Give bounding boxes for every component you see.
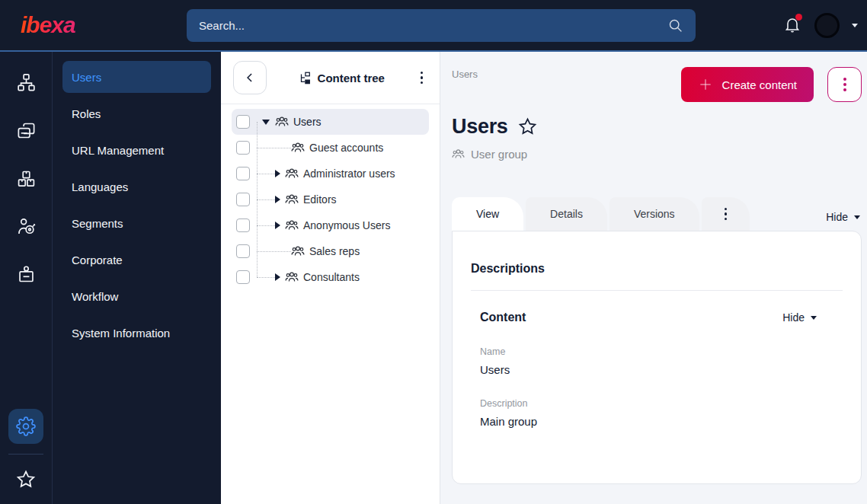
tree-item-label: Guest accounts: [309, 142, 383, 154]
hide-content-group-button[interactable]: Hide: [782, 311, 817, 324]
expand-caret-icon[interactable]: [275, 273, 280, 281]
star-icon[interactable]: [11, 464, 41, 495]
search-icon: [667, 18, 683, 37]
sidebar-item-segments[interactable]: Segments: [62, 207, 211, 239]
expand-caret-icon[interactable]: [275, 222, 280, 229]
tree-item-sales-reps[interactable]: Sales reps: [232, 238, 429, 264]
field-value: Users: [480, 363, 843, 376]
plus-icon: [698, 77, 713, 92]
tree-connector: [257, 277, 275, 278]
tree-item-administrator-users[interactable]: Administrator users: [232, 161, 429, 187]
user-group-icon: [275, 115, 289, 129]
breadcrumb[interactable]: Users: [452, 69, 478, 80]
sidebar-item-url-management[interactable]: URL Management: [62, 134, 211, 166]
app-window: ibexa: [0, 0, 867, 504]
tree-checkbox[interactable]: [236, 219, 250, 232]
field-description: Description Main group: [471, 398, 843, 428]
tree-item-label: Editors: [303, 193, 337, 206]
sidebar-item-corporate[interactable]: Corporate: [62, 244, 211, 276]
tree-item-label: Sales reps: [309, 245, 360, 257]
sitemap-icon[interactable]: [11, 67, 41, 97]
tab-view[interactable]: View: [452, 197, 523, 231]
kebab-icon: [725, 208, 728, 221]
tree-item-label: Anonymous Users: [303, 219, 390, 231]
sidebar-item-users[interactable]: Users: [62, 61, 211, 93]
descriptions-section-title: Descriptions: [471, 262, 843, 276]
view-tab-card: Descriptions Content Hide Name Users Des…: [452, 231, 862, 484]
content-type-row: User group: [452, 148, 862, 161]
hide-tabs-dropdown[interactable]: Hide: [826, 211, 860, 223]
personalization-icon[interactable]: [11, 211, 41, 241]
hide-label: Hide: [782, 311, 805, 324]
collapse-panel-button[interactable]: [233, 61, 267, 94]
tab-details[interactable]: Details: [526, 197, 607, 231]
main-content: Users Create content Users: [440, 52, 867, 504]
content-tree-title-wrap: Content tree: [298, 71, 385, 85]
tree-checkbox[interactable]: [236, 193, 250, 206]
tree-connector: [257, 251, 291, 252]
tree-item-guest-accounts[interactable]: Guest accounts: [232, 135, 429, 161]
expand-caret-icon[interactable]: [275, 170, 280, 177]
content-type-label: User group: [471, 148, 527, 161]
content-actions-menu-button[interactable]: [827, 67, 862, 102]
notifications-button[interactable]: [782, 15, 802, 35]
tree-connector: [257, 199, 275, 200]
tree-item-users[interactable]: Users: [232, 109, 429, 135]
page-title: Users: [452, 115, 508, 139]
rail-divider: [8, 454, 43, 455]
tree-checkbox[interactable]: [236, 244, 250, 258]
field-label: Description: [480, 398, 843, 409]
tab-versions[interactable]: Versions: [609, 197, 699, 231]
user-menu-caret-icon[interactable]: [852, 24, 858, 27]
user-group-icon: [452, 148, 465, 161]
create-content-button[interactable]: Create content: [681, 67, 814, 102]
search-input[interactable]: [187, 9, 696, 42]
sidebar-item-roles[interactable]: Roles: [62, 97, 211, 129]
sidebar-item-languages[interactable]: Languages: [62, 171, 211, 203]
section-divider: [471, 290, 843, 291]
content-tree-title: Content tree: [318, 72, 385, 85]
caret-down-icon: [811, 316, 817, 320]
app-rail: [0, 52, 53, 504]
tab-more-menu[interactable]: [702, 197, 750, 231]
logo-wrap: ibexa: [0, 12, 187, 38]
notification-dot: [795, 14, 802, 21]
tree-connector: [257, 148, 291, 148]
ibexa-logo[interactable]: ibexa: [21, 12, 75, 37]
chevron-left-icon: [242, 70, 258, 85]
field-name: Name Users: [471, 346, 843, 376]
tree-item-label: Users: [293, 116, 322, 128]
gear-icon[interactable]: [8, 409, 43, 444]
tree-item-editors[interactable]: Editors: [232, 187, 429, 212]
expand-caret-icon[interactable]: [275, 196, 280, 203]
user-group-icon: [285, 219, 299, 232]
products-icon[interactable]: [11, 163, 41, 193]
tabs-row: View Details Versions Hide: [452, 197, 862, 231]
content-tree-header: Content tree: [221, 52, 440, 104]
user-group-icon: [285, 270, 299, 284]
collapse-caret-icon[interactable]: [262, 120, 270, 125]
id-badge-icon[interactable]: [11, 259, 41, 289]
sidebar-item-workflow[interactable]: Workflow: [62, 280, 211, 312]
user-group-icon: [285, 167, 299, 180]
content-tree-list: Users Guest accounts: [221, 104, 440, 290]
pages-icon[interactable]: [11, 115, 41, 145]
main-header: Users Create content: [452, 67, 862, 102]
field-value: Main group: [480, 415, 843, 428]
tree-item-anonymous-users[interactable]: Anonymous Users: [232, 212, 429, 238]
user-group-icon: [291, 141, 305, 155]
content-tree-icon: [298, 71, 312, 85]
tree-item-consultants[interactable]: Consultants: [232, 264, 429, 290]
tree-checkbox[interactable]: [236, 115, 250, 129]
tree-item-label: Administrator users: [303, 167, 395, 180]
field-label: Name: [480, 346, 843, 357]
sidebar-item-system-information[interactable]: System Information: [62, 317, 211, 349]
user-avatar[interactable]: [814, 13, 840, 38]
tree-checkbox[interactable]: [236, 167, 250, 180]
tree-checkbox[interactable]: [236, 270, 250, 284]
tree-checkbox[interactable]: [236, 141, 250, 155]
content-tree-menu-button[interactable]: [416, 67, 428, 89]
caret-down-icon: [854, 215, 860, 219]
create-content-label: Create content: [722, 78, 797, 91]
bookmark-star-icon[interactable]: [517, 116, 538, 137]
